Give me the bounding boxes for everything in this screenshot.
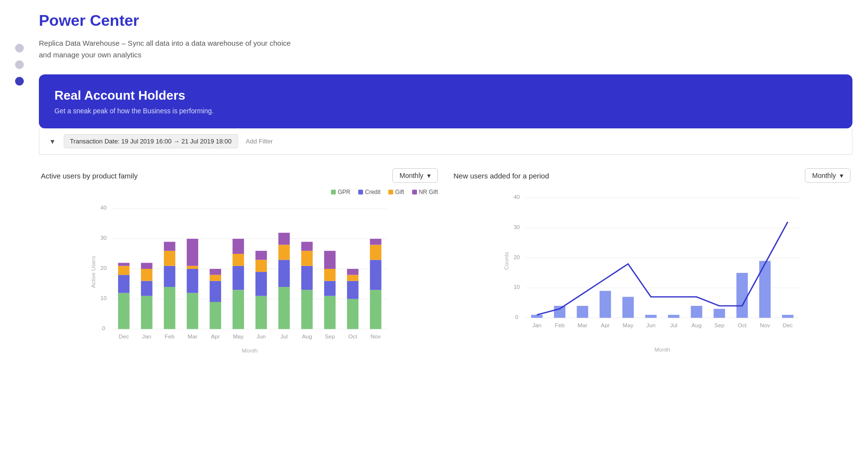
svg-text:Counts: Counts xyxy=(503,252,509,270)
legend-gpr-label: GPR xyxy=(338,189,350,195)
svg-rect-12 xyxy=(118,275,130,293)
svg-rect-56 xyxy=(370,260,382,290)
svg-rect-49 xyxy=(324,269,336,281)
svg-text:Jun: Jun xyxy=(257,333,266,339)
page-title: Power Center xyxy=(39,12,852,30)
chart1-legend: GPR Credit Gift NR Gift xyxy=(41,189,438,195)
svg-text:May: May xyxy=(233,333,243,339)
svg-rect-26 xyxy=(187,239,198,266)
svg-rect-89 xyxy=(668,315,679,318)
svg-rect-45 xyxy=(301,251,313,266)
filter-date-start-text: Transaction Date: 19 Jul 2019 16:00 xyxy=(70,138,172,145)
svg-text:Sep: Sep xyxy=(325,333,335,339)
svg-text:30: 30 xyxy=(101,234,107,241)
description-line1: Replica Data Warehouse – Sync all data i… xyxy=(39,39,291,47)
svg-rect-39 xyxy=(278,287,290,329)
legend-nrgift: NR Gift xyxy=(412,189,438,195)
svg-rect-33 xyxy=(233,254,244,266)
svg-rect-93 xyxy=(759,261,770,318)
svg-rect-50 xyxy=(324,251,336,269)
main-content: Power Center Replica Data Warehouse – Sy… xyxy=(39,0,868,460)
svg-rect-41 xyxy=(278,245,290,260)
svg-text:Dec: Dec xyxy=(782,322,793,328)
svg-rect-23 xyxy=(187,293,198,329)
svg-rect-94 xyxy=(782,315,793,318)
sidebar xyxy=(0,0,39,460)
chart1-container: Active users by product family Monthly ▾… xyxy=(41,168,438,357)
svg-rect-21 xyxy=(164,251,175,266)
svg-text:40: 40 xyxy=(514,194,520,200)
svg-rect-20 xyxy=(164,266,175,287)
svg-text:Dec: Dec xyxy=(119,333,129,339)
svg-rect-32 xyxy=(233,266,244,290)
svg-text:10: 10 xyxy=(514,283,520,290)
svg-text:Aug: Aug xyxy=(302,333,312,339)
svg-text:0: 0 xyxy=(102,325,105,331)
description: Replica Data Warehouse – Sync all data i… xyxy=(39,37,852,61)
svg-text:10: 10 xyxy=(101,295,107,301)
svg-rect-51 xyxy=(347,299,359,329)
svg-rect-44 xyxy=(301,266,313,290)
svg-rect-42 xyxy=(278,233,290,245)
svg-rect-14 xyxy=(118,263,130,266)
svg-text:Sep: Sep xyxy=(714,322,725,328)
legend-gpr-dot xyxy=(331,190,336,195)
svg-rect-91 xyxy=(713,309,725,318)
svg-rect-88 xyxy=(645,315,657,318)
svg-rect-47 xyxy=(324,296,336,329)
svg-text:Month: Month xyxy=(242,347,258,354)
legend-gpr: GPR xyxy=(331,189,350,195)
svg-text:20: 20 xyxy=(101,265,107,271)
sidebar-dot-3 xyxy=(15,77,24,86)
svg-rect-58 xyxy=(370,239,382,245)
svg-text:40: 40 xyxy=(101,204,107,211)
chart1-monthly-label: Monthly xyxy=(399,172,423,179)
svg-rect-18 xyxy=(141,263,153,269)
svg-rect-90 xyxy=(691,306,702,318)
svg-rect-27 xyxy=(209,302,221,329)
svg-text:May: May xyxy=(623,322,633,328)
chart2-header: New users added for a period Monthly ▾ xyxy=(453,168,851,183)
svg-rect-19 xyxy=(164,287,175,329)
chart2-monthly-label: Monthly xyxy=(812,172,836,179)
legend-nrgift-label: NR Gift xyxy=(419,189,438,195)
add-filter-button[interactable]: Add Filter xyxy=(246,138,273,145)
chart1-header: Active users by product family Monthly ▾ xyxy=(41,168,438,183)
legend-credit-dot xyxy=(358,190,363,195)
svg-text:Jan: Jan xyxy=(532,322,541,328)
svg-rect-24 xyxy=(187,269,198,293)
svg-rect-15 xyxy=(141,296,153,329)
legend-gift-label: Gift xyxy=(395,189,404,195)
svg-rect-11 xyxy=(118,293,130,329)
filter-date-start[interactable]: Transaction Date: 19 Jul 2019 16:00 → 21… xyxy=(64,134,238,148)
sidebar-dot-2 xyxy=(15,60,24,69)
chart2-monthly-select[interactable]: Monthly ▾ xyxy=(805,168,851,183)
svg-rect-57 xyxy=(370,245,382,260)
svg-rect-46 xyxy=(301,242,313,251)
svg-rect-35 xyxy=(256,296,267,329)
legend-credit: Credit xyxy=(358,189,381,195)
chart2-dropdown-icon: ▾ xyxy=(840,172,843,179)
svg-text:Feb: Feb xyxy=(165,333,175,339)
svg-text:Month: Month xyxy=(655,346,670,353)
svg-text:Mar: Mar xyxy=(577,322,587,328)
filter-arrow: → xyxy=(174,138,182,145)
svg-text:Apr: Apr xyxy=(211,333,220,339)
chart1-dropdown-icon: ▾ xyxy=(427,172,431,179)
svg-text:Jun: Jun xyxy=(646,322,656,328)
svg-rect-31 xyxy=(233,290,244,329)
chart2-svg: 40 30 20 10 0 Counts JanFebMar xyxy=(453,189,851,354)
svg-text:Oct: Oct xyxy=(348,333,358,339)
svg-text:Nov: Nov xyxy=(760,322,770,328)
svg-rect-25 xyxy=(187,266,198,269)
legend-nrgift-dot xyxy=(412,190,417,195)
filter-icon[interactable]: ▼ xyxy=(49,138,56,145)
svg-rect-87 xyxy=(623,297,634,318)
chart1-monthly-select[interactable]: Monthly ▾ xyxy=(392,168,438,183)
svg-rect-38 xyxy=(256,251,267,260)
chart1-svg: 40 30 20 10 0 Active Users Dec xyxy=(41,199,438,355)
svg-rect-85 xyxy=(577,306,588,318)
svg-rect-36 xyxy=(256,272,267,296)
svg-rect-53 xyxy=(347,275,359,281)
svg-text:Jul: Jul xyxy=(280,333,288,339)
